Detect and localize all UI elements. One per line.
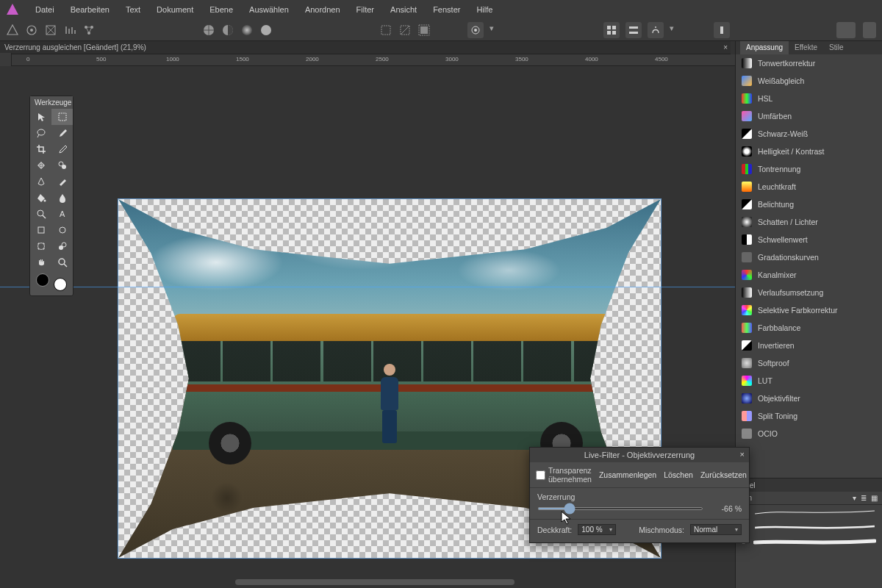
tab-effects[interactable]: Effekte [789,41,823,54]
background-color-swatch[interactable] [54,278,67,291]
shape-tool[interactable] [30,222,51,238]
assistant-icon[interactable] [648,22,664,38]
persona-liquify-icon[interactable] [25,24,38,37]
mesh-tool[interactable] [30,238,51,254]
tab-styles[interactable]: Stile [823,41,849,54]
info-icon[interactable] [714,22,730,38]
menu-filter[interactable]: Filter [349,2,381,17]
fill-flat-icon[interactable] [259,24,273,37]
adjustment-tontrennung[interactable]: Tontrennung [736,160,882,178]
brush-category[interactable]: ach [740,494,848,502]
adjustment-helligkeit-kontrast[interactable]: Helligkeit / Kontrast [736,143,882,160]
gradient-tool[interactable] [51,238,73,254]
crop-tool[interactable] [30,141,51,157]
adjustment-leuchtkraft[interactable]: Leuchtkraft [736,178,882,196]
adjustment-wei-abgleich[interactable]: Weißabgleich [736,72,882,90]
brush-row[interactable]: 2 [736,505,882,520]
sync-button[interactable] [863,22,876,38]
list-view-icon[interactable] [625,22,642,38]
marquee-tool[interactable] [51,109,73,125]
close-icon[interactable]: × [740,450,745,459]
pencil-tool[interactable] [51,173,73,190]
menu-text[interactable]: Text [118,2,148,17]
horizontal-scrollbar[interactable] [235,579,514,585]
adjustment-gradationskurven[interactable]: Gradationskurven [736,248,882,266]
fill-tool[interactable] [30,190,51,206]
pen-tool[interactable] [30,173,51,190]
delete-button[interactable]: Löschen [664,470,693,479]
adjustment-farbbalance[interactable]: Farbbalance [736,319,882,337]
menu-document[interactable]: Dokument [149,2,201,17]
text-tool[interactable]: A [51,206,73,222]
close-tab-icon[interactable]: × [723,43,728,51]
adjustment-softproof[interactable]: Softproof [736,354,882,372]
distortion-slider[interactable] [537,507,703,510]
healing-tool[interactable] [30,157,51,173]
horizontal-guide[interactable] [0,287,735,287]
menu-layer[interactable]: Ebene [202,2,240,17]
persona-export-icon[interactable] [82,24,96,37]
adjustment-split-toning[interactable]: Split Toning [736,407,882,425]
opacity-field[interactable]: 100 % [578,524,616,535]
persona-photo-icon[interactable] [6,24,19,37]
adjustment-lut[interactable]: LUT [736,372,882,390]
hand-tool[interactable] [30,254,51,270]
move-tool[interactable] [30,109,51,125]
adjustment-ocio[interactable]: OCIO [736,425,882,442]
foreground-color-swatch[interactable] [36,273,49,287]
document-tab[interactable]: Verzerrung ausgleichen [Geändert] (21,9%… [0,41,731,54]
menu-help[interactable]: Hilfe [469,2,500,17]
adjustment-selektive-farbkorrektur[interactable]: Selektive Farbkorrektur [736,301,882,319]
tab-adjustments[interactable]: Anpassung [740,41,789,54]
lasso-tool[interactable] [30,125,51,141]
menu-view[interactable]: Ansicht [383,2,424,17]
reset-button[interactable]: Zurücksetzen [700,470,747,479]
chevron-down-icon[interactable]: ▾ [853,494,856,502]
quickmask-icon[interactable] [467,22,484,38]
account-button[interactable] [836,22,856,38]
blendmode-select[interactable]: Normal [690,524,742,535]
dodge-tool[interactable] [30,206,51,222]
clone-tool[interactable] [51,157,73,173]
grid-view-icon[interactable] [603,22,620,38]
alpha-checkbox[interactable]: Transparenz übernehmen [536,466,592,484]
persona-develop-icon[interactable] [44,24,57,37]
adjustment-invertieren[interactable]: Invertieren [736,337,882,354]
fill-gradient-icon[interactable] [240,24,254,37]
ellipse-tool[interactable] [51,222,73,238]
adjustment-belichtung[interactable]: Belichtung [736,196,882,213]
adjustment-umf-rben[interactable]: Umfärben [736,107,882,125]
dialog-titlebar[interactable]: Live-Filter - Objektivverzerrung × [530,448,749,462]
merge-button[interactable]: Zusammenlegen [599,470,656,479]
adjustment-schwarz-wei-[interactable]: Schwarz-Weiß [736,125,882,143]
persona-tone-icon[interactable] [63,24,76,37]
adjustment-tonwertkorrektur[interactable]: Tonwertkorrektur [736,54,882,72]
brush-grid-icon[interactable]: ▦ [871,494,878,502]
fill-halftone-icon[interactable] [221,24,234,37]
brush-row[interactable]: 8 [736,534,882,549]
adjustment-schatten-lichter[interactable]: Schatten / Lichter [736,213,882,231]
dropdown-icon-2[interactable]: ▾ [670,24,677,37]
color-swatches[interactable] [30,270,73,295]
selection-diag-icon[interactable] [398,24,412,37]
blur-tool[interactable] [51,190,73,206]
selection-rect-icon[interactable] [379,24,392,37]
adjustment-verlaufsumsetzung[interactable]: Verlaufsumsetzung [736,284,882,301]
zoom-tool[interactable] [51,254,73,270]
brush-row[interactable]: 4 [736,520,882,534]
adjustment-kanalmixer[interactable]: Kanalmixer [736,266,882,284]
fill-solid-icon[interactable] [202,24,215,37]
dropdown-icon[interactable]: ▾ [490,24,497,37]
menu-edit[interactable]: Bearbeiten [63,2,117,17]
menu-window[interactable]: Fenster [426,2,467,17]
brush-tool[interactable] [51,125,73,141]
adjustment-hsl[interactable]: HSL [736,90,882,107]
menu-select[interactable]: Auswählen [242,2,296,17]
menu-file[interactable]: Datei [28,2,62,17]
adjustment-objektivfilter[interactable]: Objektivfilter [736,390,882,407]
selection-crop-icon[interactable] [417,24,431,37]
eyedropper-tool[interactable] [51,141,73,157]
adjustment-schwellenwert[interactable]: Schwellenwert [736,231,882,248]
menu-arrange[interactable]: Anordnen [298,2,348,17]
brush-menu-icon[interactable]: ≣ [861,494,867,502]
